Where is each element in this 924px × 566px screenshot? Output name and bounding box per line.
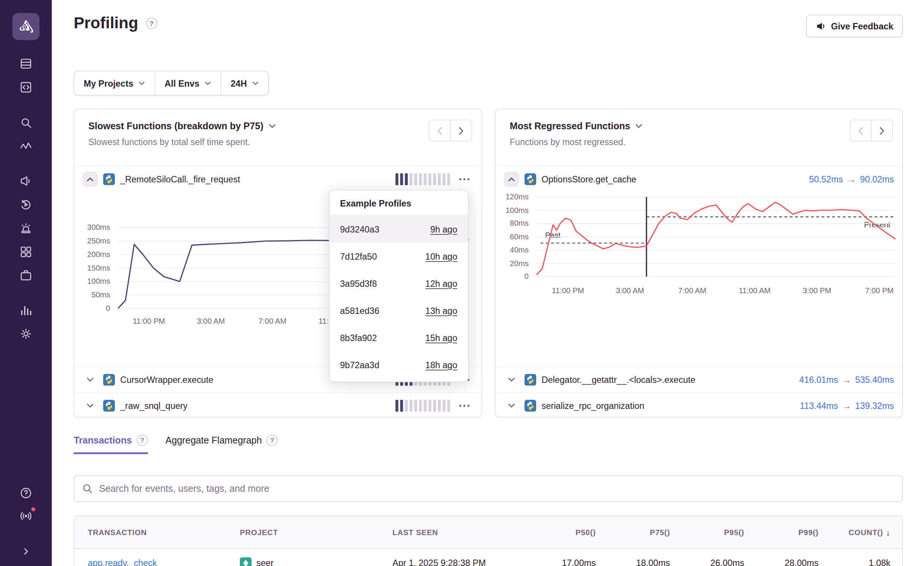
sidebar-item-issues[interactable]: [18, 55, 34, 72]
project-cell[interactable]: seer: [240, 557, 392, 566]
column-header-p99[interactable]: P99(): [744, 528, 819, 537]
duration-before: 50.52ms: [809, 174, 843, 184]
sidebar-item-settings[interactable]: [18, 326, 34, 342]
column-header-transaction[interactable]: TRANSACTION: [88, 528, 240, 537]
transactions-help-icon[interactable]: ?: [137, 434, 148, 446]
notification-dot: [30, 506, 37, 512]
profile-item[interactable]: a581ed36 13h ago: [329, 297, 468, 324]
expand-function-button[interactable]: [504, 372, 519, 387]
profile-age-link[interactable]: 12h ago: [425, 278, 457, 288]
profile-item[interactable]: 3a95d3f8 12h ago: [329, 269, 468, 297]
main-content: Profiling ? Give Feedback My Projects Al…: [52, 0, 924, 566]
tab-transactions[interactable]: Transactions ?: [74, 434, 148, 454]
most-regressed-title-dropdown[interactable]: Most Regressed Functions: [510, 121, 893, 132]
chevron-down-icon: [205, 81, 211, 85]
sidebar-collapse-toggle[interactable]: [18, 543, 34, 560]
chevron-right-icon: [459, 127, 464, 135]
help-icon: [20, 486, 32, 499]
panel-pagination: [850, 120, 893, 142]
function-row[interactable]: _raw_snql_query: [74, 392, 481, 418]
profile-age-link[interactable]: 10h ago: [425, 251, 457, 261]
regressed-function-row[interactable]: serialize_rpc_organization 113.44ms → 13…: [496, 392, 902, 418]
profiling-help-icon[interactable]: ?: [146, 18, 157, 29]
x-tick-label: 3:00 AM: [604, 286, 657, 295]
flamegraph-help-icon[interactable]: ?: [267, 434, 278, 446]
function-options-button[interactable]: [456, 398, 473, 413]
profile-item[interactable]: 9b72aa3d 18h ago: [329, 351, 468, 378]
seer-project-icon: [240, 557, 252, 566]
regressed-function-row[interactable]: Delegator.__getattr__.<locals>.execute 4…: [496, 366, 902, 392]
table-row[interactable]: app.ready._check seer Apr 1, 2025 9:28:3…: [74, 549, 903, 566]
python-platform-icon: [103, 399, 115, 411]
search-input[interactable]: [99, 483, 894, 494]
y-tick-label: 20ms: [496, 259, 529, 267]
profile-id: 3a95d3f8: [340, 278, 377, 288]
profile-id: a581ed36: [340, 305, 379, 315]
transaction-link[interactable]: app.ready._check: [88, 558, 157, 566]
chevron-right-icon: [879, 127, 884, 135]
sidebar-item-dashboards[interactable]: [18, 243, 34, 260]
expand-function-button[interactable]: [82, 372, 98, 387]
prev-page-button[interactable]: [429, 120, 451, 142]
date-range-filter[interactable]: 24H: [221, 71, 268, 95]
popup-title: Example Profiles: [329, 191, 468, 216]
profile-age-link[interactable]: 15h ago: [425, 332, 457, 343]
profile-age-link[interactable]: 13h ago: [425, 305, 457, 315]
sidebar-item-search[interactable]: [18, 115, 34, 131]
profile-item[interactable]: 8b3fa902 15h ago: [329, 324, 468, 351]
profile-item[interactable]: 7d12fa50 10h ago: [329, 242, 468, 269]
arrow-right-icon: →: [847, 174, 856, 184]
collapse-function-button[interactable]: [504, 171, 519, 187]
sidebar-item-help[interactable]: [18, 485, 34, 501]
profile-item[interactable]: 9d3240a3 9h ago: [329, 215, 468, 242]
panel-subtitle: Slowest functions by total self time spe…: [88, 137, 472, 147]
sidebar-item-explore[interactable]: [18, 79, 34, 96]
sidebar-item-whats-new[interactable]: [18, 508, 34, 525]
sidebar-item-feedback[interactable]: [18, 173, 34, 190]
count-cell: 1.08k: [819, 558, 890, 566]
profile-age-link[interactable]: 18h ago: [425, 359, 457, 370]
function-options-button[interactable]: [456, 171, 473, 187]
column-header-p75[interactable]: P75(): [596, 528, 670, 537]
chevron-down-icon: [636, 124, 643, 129]
y-tick-label: 150ms: [74, 263, 110, 272]
tab-label: Transactions: [74, 435, 132, 445]
regressed-function-row[interactable]: OptionsStore.get_cache 50.52ms → 90.02ms: [496, 166, 902, 192]
y-tick-label: 100ms: [496, 205, 529, 214]
column-header-p95[interactable]: P95(): [670, 528, 744, 537]
sidebar-item-traces[interactable]: [18, 138, 34, 155]
tab-aggregate-flamegraph[interactable]: Aggregate Flamegraph ?: [165, 434, 278, 454]
y-tick-label: 40ms: [496, 245, 529, 254]
collapse-function-button[interactable]: [82, 171, 98, 187]
profile-id: 9b72aa3d: [340, 359, 379, 370]
sidebar-item-projects[interactable]: [18, 267, 34, 284]
prev-page-button[interactable]: [850, 120, 872, 142]
column-header-project[interactable]: PROJECT: [240, 528, 392, 537]
sidebar-item-stats[interactable]: [18, 302, 34, 318]
project-name: seer: [256, 558, 274, 566]
next-page-button[interactable]: [871, 120, 893, 142]
expand-function-button[interactable]: [82, 398, 98, 413]
profile-age-link[interactable]: 9h ago: [430, 224, 457, 234]
replay-icon: [20, 198, 32, 211]
sidebar-item-replays[interactable]: [18, 196, 34, 213]
function-row[interactable]: _RemoteSiloCall._fire_request: [74, 166, 481, 192]
chevron-down-icon: [508, 377, 515, 382]
column-header-count[interactable]: COUNT() ↓: [819, 528, 890, 537]
panel-subtitle: Functions by most regressed.: [510, 137, 893, 147]
expand-function-button[interactable]: [504, 398, 519, 413]
p50-cell: 17.00ms: [523, 558, 596, 566]
project-filter[interactable]: My Projects: [74, 71, 154, 95]
column-header-last-seen[interactable]: LAST SEEN: [392, 528, 523, 537]
give-feedback-button[interactable]: Give Feedback: [806, 15, 903, 37]
duration-after: 535.40ms: [855, 375, 894, 385]
slowest-functions-title-dropdown[interactable]: Slowest Functions (breakdown by P75): [88, 121, 472, 132]
chevron-down-icon: [269, 124, 276, 129]
sidebar-item-alerts[interactable]: [18, 220, 34, 237]
sentry-logo[interactable]: [12, 13, 40, 40]
chevron-right-icon: [21, 547, 30, 556]
environment-filter[interactable]: All Envs: [154, 71, 221, 95]
column-header-p50[interactable]: P50(): [523, 528, 596, 537]
y-tick-label: 0: [74, 304, 110, 312]
next-page-button[interactable]: [450, 120, 472, 142]
